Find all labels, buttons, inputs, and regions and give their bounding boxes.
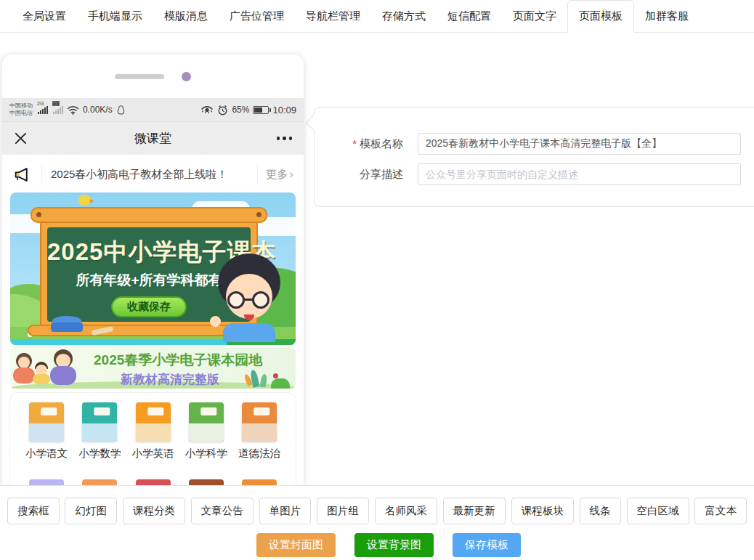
signal-bars-2g-icon: 2G [38, 106, 48, 114]
category-item-row2-3[interactable] [182, 479, 231, 485]
category-item-0[interactable]: 小学语文 [22, 402, 71, 460]
book-cover [82, 479, 117, 485]
component-button-2[interactable]: 课程分类 [123, 498, 185, 524]
category-label: 小学科学 [185, 447, 227, 460]
component-button-8[interactable]: 课程板块 [511, 498, 574, 524]
phone-top [2, 54, 304, 98]
book-cover [29, 402, 64, 442]
book-cover [136, 479, 171, 485]
eye-protection-icon [200, 105, 214, 115]
megaphone-icon [12, 166, 41, 184]
book-cover [82, 402, 117, 442]
category-item-row2-0[interactable] [22, 479, 71, 485]
phone-navbar: 微课堂 [2, 122, 304, 155]
category-item-3[interactable]: 小学科学 [182, 402, 231, 460]
category-item-row2-4[interactable] [235, 479, 284, 485]
component-button-0[interactable]: 搜索框 [7, 498, 60, 524]
category-grid: 小学语文小学数学小学英语小学科学道德法治 [9, 392, 296, 485]
eraser [51, 316, 83, 333]
category-row-2 [16, 479, 290, 485]
book-cover [29, 479, 64, 485]
board-rail [31, 207, 267, 223]
more-menu-icon[interactable] [277, 137, 293, 140]
tab-4[interactable]: 导航栏管理 [295, 0, 371, 32]
plant [271, 378, 290, 389]
family-illustration [13, 368, 35, 384]
more-link[interactable]: 更多› [258, 167, 293, 182]
phone-camera [182, 72, 191, 81]
family-illustration [50, 366, 76, 385]
callout-arrow [306, 115, 323, 131]
action-button-1[interactable]: 设置背景图 [354, 533, 434, 557]
component-button-9[interactable]: 线条 [580, 498, 621, 524]
signal-bars-4g-icon: 4G [53, 106, 63, 114]
book-cover [242, 479, 277, 485]
sub-banner-line1: 2025春季小学电子课本园地 [94, 351, 246, 370]
sub-banner-line2: 新教材高清完整版 [94, 371, 246, 388]
wifi-icon [67, 105, 79, 115]
category-item-row2-2[interactable] [129, 479, 178, 485]
bird [78, 195, 91, 206]
tab-3[interactable]: 广告位管理 [219, 0, 295, 32]
category-item-1[interactable]: 小学数学 [75, 402, 124, 460]
status-time: 10:09 [272, 105, 296, 115]
component-button-1[interactable]: 幻灯图 [65, 498, 117, 524]
flower [273, 373, 278, 378]
component-button-3[interactable]: 文章公告 [191, 498, 254, 524]
network-speed: 0.00K/s [83, 105, 113, 115]
component-button-10[interactable]: 空白区域 [627, 498, 689, 524]
announcement-bar: 2025春小初高电子教材全部上线啦！ 更多› [2, 158, 304, 190]
tab-7[interactable]: 页面文字 [502, 0, 567, 32]
form-panel: *模板名称 分享描述 [314, 107, 754, 207]
component-button-6[interactable]: 名师风采 [375, 498, 437, 524]
tab-9[interactable]: 加群客服 [634, 0, 700, 32]
component-buttons: 搜索框幻灯图课程分类文章公告单图片图片组名师风采最新更新课程板块线条空白区域富文… [0, 498, 754, 524]
template-name-input[interactable] [418, 133, 741, 155]
component-button-4[interactable]: 单图片 [259, 498, 312, 524]
alarm-icon [217, 105, 228, 115]
carrier-labels: 中国移动 中国电信 [9, 102, 33, 116]
main-banner[interactable]: 2025中小学电子课本 所有年级+所有学科都有 收藏保存 [10, 192, 296, 345]
battery-percent: 65% [232, 105, 249, 115]
boy-character [208, 253, 290, 342]
book-cover [189, 402, 224, 442]
category-label: 道德法治 [238, 447, 280, 460]
category-item-2[interactable]: 小学英语 [129, 402, 178, 460]
action-button-0[interactable]: 设置封面图 [256, 533, 336, 557]
chevron-right-icon: › [289, 167, 293, 181]
tab-6[interactable]: 短信配置 [437, 0, 502, 32]
tab-1[interactable]: 手机端显示 [77, 0, 153, 32]
tab-0[interactable]: 全局设置 [12, 0, 77, 32]
tab-8[interactable]: 页面模板 [567, 0, 634, 33]
tab-2[interactable]: 模版消息 [153, 0, 219, 32]
category-item-4[interactable]: 道德法治 [235, 402, 284, 460]
collect-save-button[interactable]: 收藏保存 [111, 296, 187, 317]
book-cover [189, 479, 224, 485]
status-bar: 中国移动 中国电信 2G 4G 0.00K/s 65% 10:09 [2, 98, 304, 122]
category-label: 小学语文 [25, 447, 68, 460]
family-illustration [18, 357, 30, 368]
bottom-toolbar: 搜索框幻灯图课程分类文章公告单图片图片组名师风采最新更新课程板块线条空白区域富文… [0, 485, 754, 560]
share-desc-label: 分享描述 [315, 168, 403, 182]
category-label: 小学数学 [78, 447, 121, 460]
phone-preview: 中国移动 中国电信 2G 4G 0.00K/s 65% 10:09 [2, 54, 304, 485]
action-buttons: 设置封面图设置背景图保存模板 [12, 533, 754, 557]
battery-icon [253, 106, 269, 114]
action-button-2[interactable]: 保存模板 [453, 533, 521, 557]
required-mark: * [352, 137, 357, 150]
share-desc-input[interactable] [418, 163, 741, 185]
category-row-1: 小学语文小学数学小学英语小学科学道德法治 [16, 402, 290, 460]
component-button-5[interactable]: 图片组 [317, 498, 369, 524]
sub-banner[interactable]: 2025春季小学电子课本园地 新教材高清完整版 [10, 347, 296, 389]
page-title: 微课堂 [2, 130, 304, 147]
template-name-label: *模板名称 [315, 137, 403, 151]
component-button-11[interactable]: 富文本 [694, 498, 747, 524]
component-button-7[interactable]: 最新更新 [443, 498, 506, 524]
phone-speaker [115, 74, 164, 79]
announcement-text: 2025春小初高电子教材全部上线啦！ [42, 168, 257, 182]
template-name-row: *模板名称 [315, 133, 754, 155]
tab-5[interactable]: 存储方式 [371, 0, 437, 32]
settings-tab-bar: 全局设置手机端显示模版消息广告位管理导航栏管理存储方式短信配置页面文字页面模板加… [0, 0, 754, 33]
book-cover [136, 402, 171, 442]
category-item-row2-1[interactable] [75, 479, 124, 485]
